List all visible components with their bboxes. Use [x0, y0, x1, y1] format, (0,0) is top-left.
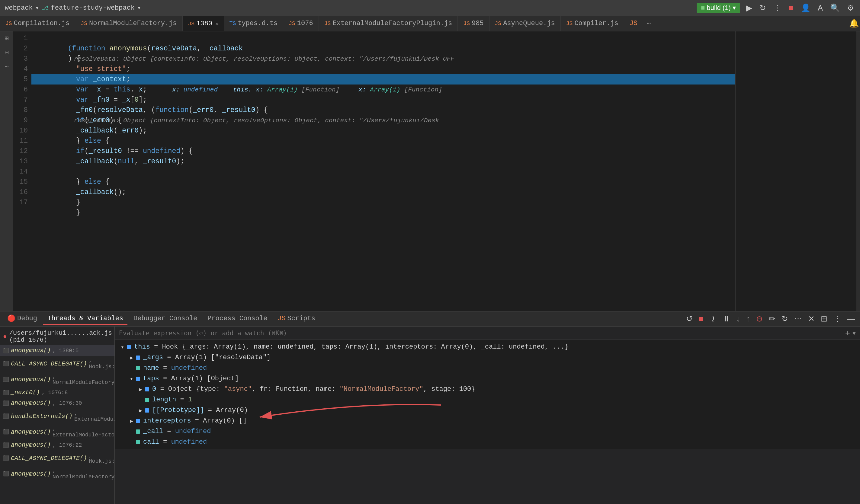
- js-icon: JS: [495, 20, 502, 27]
- var-this[interactable]: ▾ this = Hook {_args: Array(1), name: un…: [115, 342, 860, 352]
- branch-icon: ⎇: [42, 4, 48, 12]
- var-this-label: this = Hook {_args: Array(1), name: unde…: [134, 343, 569, 351]
- tab-normalmodulefactory-label: NormalModuleFactory.js: [89, 20, 177, 27]
- remove-breakpoints-button[interactable]: ⊖: [754, 313, 764, 325]
- frame-name-9: anonymous(): [11, 471, 51, 477]
- call-stack-item-5[interactable]: ⬛ handleExternals() , ExternalModuleFact…: [0, 408, 114, 424]
- step-into-button[interactable]: ↓: [734, 313, 742, 325]
- frame-name-2: anonymous(): [11, 376, 51, 383]
- tab-scripts[interactable]: JS Scripts: [273, 313, 319, 325]
- layout-button[interactable]: ⊞: [819, 313, 829, 325]
- frame-icon-3: ⬛: [3, 390, 9, 396]
- tab-more-button[interactable]: ⋯: [643, 19, 654, 28]
- var-args[interactable]: ▶ _args = Array(1) ["resolveData"]: [115, 352, 860, 363]
- call-stack-item-1[interactable]: ⬛ CALL_ASYNC_DELEGATE() , Hook.js:18: [0, 356, 114, 371]
- eval-add-button[interactable]: +: [845, 328, 850, 338]
- tab-1076[interactable]: JS 1076: [283, 16, 318, 31]
- tab-compiler[interactable]: JS Compiler.js: [561, 16, 624, 31]
- build-button[interactable]: ■ build (1) ▾: [697, 3, 740, 13]
- tab-types-label: types.d.ts: [238, 20, 277, 27]
- tab-threads-variables[interactable]: Threads & Variables: [43, 313, 127, 325]
- js-icon: JS: [81, 20, 87, 27]
- tab-debug[interactable]: 🔴 Debug: [3, 313, 41, 325]
- tab-1380[interactable]: JS 1380 ✕: [183, 16, 224, 31]
- chevron-down-icon: ▾: [35, 4, 39, 12]
- call-stack-item-9[interactable]: ⬛ anonymous() , NormalModuleFactory.js:8…: [0, 466, 114, 482]
- tab-normalmodulefactory[interactable]: JS NormalModuleFactory.js: [75, 16, 182, 31]
- var-icon-call2: [136, 440, 140, 444]
- tab-js[interactable]: JS: [624, 16, 643, 31]
- call-stack-item-3[interactable]: ⬛ _next0() , 1076:8: [0, 387, 114, 398]
- tab-types[interactable]: TS types.d.ts: [224, 16, 284, 31]
- frame-icon: ⬛: [3, 348, 9, 354]
- refresh-button[interactable]: ↻: [780, 313, 790, 325]
- debug-tab-label: Debug: [17, 315, 37, 322]
- var-taps-0[interactable]: ▶ 0 = Object {type: "async", fn: Functio…: [115, 384, 860, 395]
- variables-panel: ▾ this = Hook {_args: Array(1), name: un…: [115, 340, 860, 449]
- tab-close-icon[interactable]: ✕: [215, 21, 218, 27]
- code-line-11: if(_result0 !== undefined) {: [31, 136, 735, 146]
- code-line-16: }: [31, 187, 735, 197]
- run-button[interactable]: ▶: [745, 2, 754, 14]
- tab-asyncqueue[interactable]: JS AsyncQueue.js: [489, 16, 561, 31]
- call-stack-panel: ● /Users/fujunkui......ack.js (pid 1676)…: [0, 327, 115, 504]
- sidebar-icon-git[interactable]: ⊞: [4, 34, 9, 43]
- call-stack-item-0[interactable]: ⬛ anonymous() , 1380:5: [0, 345, 114, 356]
- notification-button[interactable]: 🔔: [848, 17, 860, 29]
- var-name[interactable]: name = undefined: [115, 363, 860, 373]
- step-over-button[interactable]: ⤸: [708, 313, 718, 325]
- tab-process-console[interactable]: Process Console: [203, 313, 271, 325]
- search-button[interactable]: 🔍: [829, 2, 841, 14]
- debug-more-button[interactable]: ⋮: [832, 313, 843, 325]
- frame-icon-1: ⬛: [3, 361, 9, 367]
- eval-input[interactable]: [119, 329, 843, 337]
- frame-name-4: anonymous(): [11, 400, 51, 406]
- step-out-button[interactable]: ↑: [744, 313, 752, 325]
- translate-button[interactable]: A: [817, 2, 824, 14]
- var-interceptors[interactable]: ▶ interceptors = Array(0) []: [115, 416, 860, 426]
- var-taps[interactable]: ▾ taps = Array(1) [Object]: [115, 373, 860, 384]
- resume-button[interactable]: ↺: [684, 313, 694, 325]
- variables-wrapper: + ▾ ▾ this = Hook {_args: Array(1), name…: [115, 327, 860, 504]
- frame-loc-2: , NormalModuleFactory.js:269: [53, 373, 115, 385]
- var-call2[interactable]: call = undefined: [115, 437, 860, 447]
- expand-arrow-args: ▶: [130, 354, 135, 361]
- call-stack-item-4[interactable]: ⬛ anonymous() , 1076:30: [0, 398, 114, 408]
- var-prototype[interactable]: ▶ [[Prototype]] = Array(0): [115, 405, 860, 416]
- var-call[interactable]: _call = undefined: [115, 426, 860, 437]
- sidebar-icon-split[interactable]: ⊟: [4, 48, 9, 57]
- sidebar-icon-more[interactable]: ⋯: [4, 63, 9, 71]
- tab-985[interactable]: JS 985: [458, 16, 489, 31]
- more-debug-button[interactable]: ⋯: [792, 313, 804, 325]
- tab-compiler-label: Compiler.js: [574, 20, 618, 27]
- var-length[interactable]: length = 1: [115, 395, 860, 405]
- tab-externalmodule-label: ExternalModuleFactoryPlugin.js: [332, 20, 452, 27]
- tab-externalmodule[interactable]: JS ExternalModuleFactoryPlugin.js: [319, 16, 458, 31]
- call-stack-item-8[interactable]: ⬛ CALL_ASYNC_DELEGATE() , Hook.js:18: [0, 450, 114, 466]
- frame-name-5: handleExternals(): [11, 413, 72, 420]
- pause-button[interactable]: ⏸: [720, 313, 732, 325]
- close-debug-button[interactable]: ✕: [806, 313, 817, 325]
- spacer3: [130, 429, 135, 434]
- stop-button[interactable]: ■: [787, 2, 795, 14]
- minimize-button[interactable]: —: [846, 313, 857, 325]
- var-icon-proto: [145, 408, 149, 413]
- code-line-15: _callback();: [31, 177, 735, 187]
- settings-button[interactable]: ⚙: [846, 2, 855, 14]
- frame-loc-9: , NormalModuleFactory.js:801: [53, 468, 115, 480]
- tab-compilation[interactable]: JS Compilation.js: [0, 16, 75, 31]
- user-button[interactable]: 👤: [800, 2, 812, 14]
- call-stack-item-2[interactable]: ⬛ anonymous() , NormalModuleFactory.js:2…: [0, 371, 114, 387]
- reload-button[interactable]: ↻: [758, 2, 767, 14]
- code-line-5: var _x = this._x; _x: undefined this._x:…: [31, 74, 735, 85]
- scrollbar[interactable]: [856, 31, 860, 311]
- frame-name-7: anonymous(): [11, 442, 51, 448]
- tab-debugger-console[interactable]: Debugger Console: [129, 313, 201, 325]
- js-icon: JS: [5, 20, 12, 27]
- stop-debug-button[interactable]: ■: [697, 313, 705, 325]
- call-stack-item-7[interactable]: ⬛ anonymous() , 1076:22: [0, 440, 114, 450]
- more-button[interactable]: ⋮: [772, 2, 783, 14]
- call-stack-item-6[interactable]: ⬛ anonymous() , ExternalModuleFactoryPlu…: [0, 424, 114, 440]
- disable-breakpoints-button[interactable]: ✏: [767, 313, 777, 325]
- eval-down-button[interactable]: ▾: [852, 329, 856, 337]
